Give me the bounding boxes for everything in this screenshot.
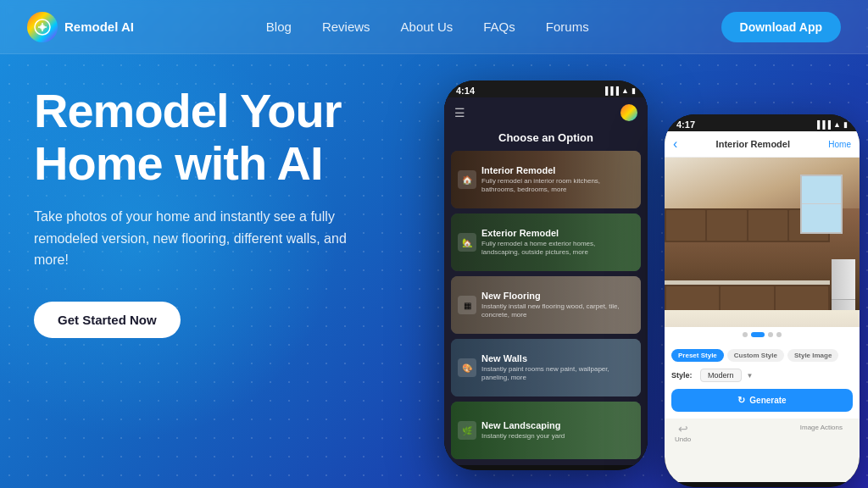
refresh-icon: ↻ — [737, 395, 745, 406]
menu-card-walls: 🎨 New Walls Instantly paint rooms new pa… — [451, 339, 641, 396]
style-image-tab[interactable]: Style Image — [787, 349, 838, 362]
kitchen-image — [665, 158, 860, 327]
time-left: 4:14 — [456, 86, 475, 96]
time-right: 4:17 — [676, 119, 695, 130]
generate-label: Generate — [749, 396, 786, 405]
right-controls: Preset Style Custom Style Style Image St… — [665, 342, 860, 419]
wifi-icon: ▲ — [621, 86, 629, 95]
style-value: Modern — [700, 369, 742, 382]
signal-icon: ▐▐▐ — [603, 86, 619, 95]
thumb-4 — [776, 332, 782, 337]
logo-text: Remodel AI — [64, 19, 134, 35]
back-button[interactable]: ‹ — [673, 136, 677, 152]
phone-left: 4:14 ▐▐▐ ▲ ▮ ☰ Choose an Option — [444, 80, 648, 470]
menu-card-exterior: 🏡 Exterior Remodel Fully remodel a home … — [451, 214, 641, 271]
nav-reviews[interactable]: Reviews — [322, 19, 370, 34]
status-bar-left: 4:14 ▐▐▐ ▲ ▮ — [444, 80, 648, 97]
logo[interactable]: Remodel AI — [27, 12, 134, 42]
exterior-title: Exterior Remodel — [481, 228, 634, 238]
interior-icon: 🏠 — [458, 170, 476, 189]
status-icons-left: ▐▐▐ ▲ ▮ — [603, 86, 636, 95]
thumb-2 — [751, 332, 765, 337]
undo-section: ↩ Undo — [675, 422, 691, 443]
choose-option-title: Choose an Option — [444, 128, 648, 151]
wifi-icon-r: ▲ — [833, 120, 841, 129]
menu-card-landscaping: 🌿 New Landscaping Instantly redesign you… — [451, 402, 641, 459]
preset-style-tab[interactable]: Preset Style — [671, 349, 724, 362]
download-app-button[interactable]: Download App — [721, 12, 841, 42]
thumb-1 — [743, 332, 748, 337]
exterior-icon: 🏡 — [458, 233, 476, 252]
battery-icon-r: ▮ — [843, 120, 848, 129]
interior-title: Interior Remodel — [481, 165, 634, 175]
phone-header-bar: ☰ — [444, 97, 648, 128]
generate-button[interactable]: ↻ Generate — [671, 389, 853, 412]
walls-desc: Instantly paint rooms new paint, wallpap… — [481, 365, 634, 383]
interior-desc: Fully remodel an interior room kitchens,… — [481, 177, 634, 195]
right-screen-title: Interior Remodel — [716, 139, 790, 149]
style-label: Style: — [671, 371, 695, 380]
thumbnail-strip — [665, 327, 860, 342]
phones-mockup: 4:14 ▐▐▐ ▲ ▮ ☰ Choose an Option — [419, 47, 868, 487]
nav-blog[interactable]: Blog — [266, 19, 292, 34]
chevron-down-icon: ▼ — [747, 372, 754, 380]
walls-icon: 🎨 — [458, 358, 476, 377]
kitchen-window — [800, 175, 843, 234]
signal-icon-r: ▐▐▐ — [815, 120, 831, 129]
image-actions-section: Image Actions — [793, 422, 849, 443]
phone-right: 4:17 ▐▐▐ ▲ ▮ ‹ Interior Remodel Home — [665, 114, 860, 487]
hero-title: Remodel Your Home with AI — [34, 85, 407, 189]
landscaping-desc: Instantly redesign your yard — [481, 432, 634, 441]
style-tabs: Preset Style Custom Style Style Image — [671, 349, 853, 362]
nav-faqs[interactable]: FAQs — [483, 19, 515, 34]
status-icons-right: ▐▐▐ ▲ ▮ — [815, 120, 848, 129]
flooring-title: New Flooring — [481, 291, 634, 301]
hamburger-icon: ☰ — [454, 106, 465, 119]
navbar: Remodel AI Blog Reviews About Us FAQs Fo… — [0, 0, 868, 54]
battery-icon: ▮ — [632, 86, 636, 95]
hero-content: Remodel Your Home with AI Take photos of… — [34, 85, 407, 338]
right-phone-header: ‹ Interior Remodel Home — [665, 131, 860, 158]
phone-right-content: ‹ Interior Remodel Home — [665, 131, 860, 482]
image-actions-label: Image Actions — [793, 422, 849, 433]
landscaping-title: New Landscaping — [481, 420, 634, 430]
style-row: Style: Modern ▼ — [671, 369, 853, 382]
svg-point-1 — [40, 25, 45, 30]
flooring-icon: ▦ — [458, 296, 476, 314]
logo-icon — [27, 12, 58, 42]
nav-links: Blog Reviews About Us FAQs Forums — [266, 19, 589, 35]
walls-title: New Walls — [481, 353, 634, 363]
flooring-desc: Instantly install new flooring wood, car… — [481, 302, 634, 320]
phone-logo-small — [620, 104, 637, 121]
hero-section: Remodel AI Blog Reviews About Us FAQs Fo… — [0, 0, 868, 488]
home-link[interactable]: Home — [828, 140, 851, 149]
landscaping-icon: 🌿 — [458, 421, 476, 440]
menu-card-flooring: ▦ New Flooring Instantly install new flo… — [451, 276, 641, 334]
status-bar-right: 4:17 ▐▐▐ ▲ ▮ — [665, 114, 860, 131]
exterior-desc: Fully remodel a home exterior homes, lan… — [481, 240, 634, 258]
undo-redo-bar: ↩ Undo Image Actions — [665, 419, 860, 446]
undo-label: Undo — [675, 435, 691, 443]
thumb-3 — [768, 332, 773, 337]
get-started-button[interactable]: Get Started Now — [34, 302, 181, 338]
nav-forums[interactable]: Forums — [546, 19, 589, 34]
custom-style-tab[interactable]: Custom Style — [727, 349, 784, 362]
nav-about[interactable]: About Us — [401, 19, 453, 34]
hero-subtitle: Take photos of your home and instantly s… — [34, 206, 356, 271]
phone-left-content: ☰ Choose an Option 🏠 Interior Remodel Fu… — [444, 97, 648, 465]
undo-icon: ↩ — [675, 422, 691, 435]
menu-card-interior: 🏠 Interior Remodel Fully remodel an inte… — [451, 151, 641, 208]
